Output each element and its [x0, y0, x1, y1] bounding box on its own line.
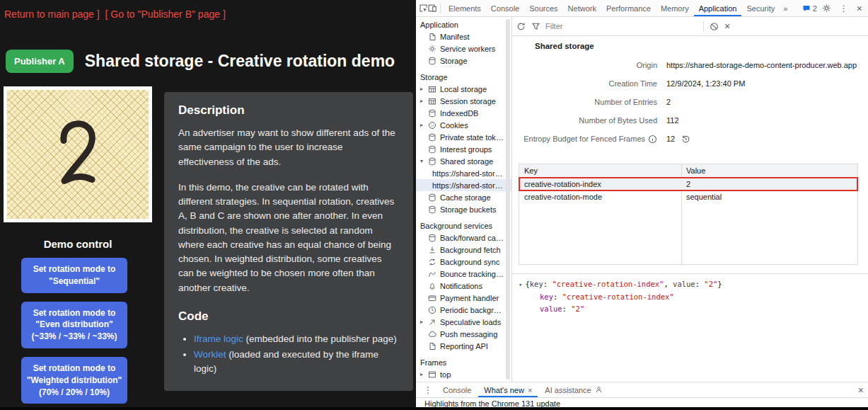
more-tabs-icon[interactable]: » — [780, 4, 791, 13]
sidebar-item-storage[interactable]: Storage — [416, 55, 511, 67]
close-devtools-icon[interactable]: × — [857, 4, 862, 13]
cell-key: creative-rotation-mode — [519, 193, 681, 201]
sidebar-item-local-storage[interactable]: ▸Local storage — [416, 83, 511, 95]
worklet-link[interactable]: Worklet — [194, 349, 226, 360]
tab-elements[interactable]: Elements — [444, 0, 486, 16]
sidebar-item-shared-storage-origin-1[interactable]: https://shared-storage… — [416, 167, 511, 179]
sidebar-item-interest-groups[interactable]: Interest groups — [416, 143, 511, 155]
notifications-bell-icon — [428, 282, 436, 290]
creative-ad-frame[interactable] — [4, 86, 152, 222]
clear-all-icon[interactable] — [710, 22, 719, 31]
delete-selected-icon[interactable]: × — [724, 21, 730, 31]
set-weighted-distribution-button[interactable]: Set rotation mode to "Weighted distribut… — [21, 357, 127, 404]
drawer-menu-kebab-icon[interactable]: ⋮ — [420, 385, 436, 395]
info-icon[interactable] — [648, 135, 657, 144]
sidebar-item-top-frame[interactable]: ▸top — [416, 368, 511, 380]
metadata-view: Originhttps://shared-storage-demo-conten… — [519, 56, 868, 148]
tab-sources[interactable]: Sources — [524, 0, 562, 16]
sidebar-item-private-state-tokens[interactable]: Private state tokens — [416, 131, 511, 143]
drawer-tab-console[interactable]: Console — [437, 382, 477, 397]
settings-gear-icon[interactable] — [822, 4, 831, 13]
description-heading: Description — [178, 103, 399, 118]
set-even-distribution-button[interactable]: Set rotation mode to "Even distribution"… — [21, 302, 127, 348]
divider — [440, 4, 441, 13]
tab-memory[interactable]: Memory — [656, 0, 694, 16]
devtools-body: Application Manifest Service workers Sto… — [416, 17, 868, 382]
close-drawer-icon[interactable]: × — [858, 385, 864, 395]
return-to-main-link[interactable]: Return to main page ] — [4, 8, 100, 20]
sidebar-item-periodic-background-sync[interactable]: Periodic backgroun… — [416, 304, 511, 316]
issues-count-badge[interactable]: 2 — [802, 4, 817, 13]
shared-storage-content: Shared storage Originhttps://shared-stor… — [512, 36, 868, 382]
column-header-key[interactable]: Key — [519, 166, 681, 175]
local-storage-icon — [428, 85, 436, 93]
sidebar-section-background-services: Background services — [416, 220, 511, 232]
sidebar-item-payment-handler[interactable]: Payment handler — [416, 292, 511, 304]
sidebar-item-shared-storage[interactable]: ▾Shared storage — [416, 155, 511, 167]
refresh-icon[interactable] — [516, 22, 526, 31]
description-paragraph: An advertiser may want to show different… — [178, 126, 399, 169]
screen: Return to main page ] [ Go to "Publisher… — [0, 0, 868, 410]
sidebar-item-cookies[interactable]: ▸Cookies — [416, 119, 511, 131]
sidebar-item-notifications[interactable]: Notifications — [416, 280, 511, 292]
drawer-tab-ai-assistance[interactable]: AI assistance — [539, 382, 608, 397]
creation-time-value: 12/9/2024, 1:23:40 PM — [666, 79, 868, 88]
drawer-tab-whats-new[interactable]: What's new × — [478, 382, 538, 397]
sidebar-item-speculative-loads[interactable]: ▸Speculative loads — [416, 316, 511, 328]
filter-input[interactable] — [544, 21, 698, 31]
set-sequential-button[interactable]: Set rotation mode to "Sequential" — [21, 258, 127, 293]
reporting-api-icon — [428, 342, 436, 351]
chevron-right-icon: ▸ — [420, 122, 428, 128]
sidebar-item-indexeddb[interactable]: IndexedDB — [416, 107, 511, 119]
tab-performance[interactable]: Performance — [601, 0, 656, 16]
iframe-logic-link[interactable]: Iframe logic — [194, 334, 243, 344]
sidebar-item-storage-buckets[interactable]: Storage buckets — [416, 203, 511, 215]
sidebar-item-manifest[interactable]: Manifest — [416, 30, 511, 42]
column-header-value[interactable]: Value — [681, 166, 857, 175]
cookies-icon — [428, 121, 436, 130]
tab-network[interactable]: Network — [563, 0, 601, 16]
sidebar-item-background-sync[interactable]: Background sync — [416, 256, 511, 268]
chevron-right-icon: ▸ — [420, 86, 428, 92]
devtools-menu-kebab-icon[interactable]: ⋮ — [836, 4, 852, 13]
shared-storage-pane: × Shared storage Originhttps://shared-st… — [512, 17, 868, 382]
devtools-window: Elements Console Sources Network Perform… — [416, 0, 868, 407]
chevron-down-icon: ▾ — [420, 158, 428, 164]
inspect-element-icon[interactable] — [419, 4, 428, 13]
sidebar-item-back-forward-cache[interactable]: Back/forward cache — [416, 232, 511, 244]
demo-control-heading: Demo control — [4, 238, 152, 250]
payment-card-icon — [428, 294, 436, 302]
sidebar-item-session-storage[interactable]: ▸Session storage — [416, 95, 511, 107]
bounce-tracking-icon — [428, 270, 436, 278]
reset-budget-icon[interactable] — [681, 135, 690, 144]
background-fetch-icon — [428, 246, 436, 254]
chevron-right-icon: ▸ — [420, 98, 428, 104]
tab-application[interactable]: Application — [694, 0, 742, 16]
device-toolbar-icon[interactable] — [428, 4, 437, 13]
sidebar-section-frames: Frames — [416, 356, 511, 368]
cache-storage-icon — [428, 193, 436, 202]
table-row[interactable]: creative-rotation-mode sequential — [519, 190, 857, 203]
sidebar-item-background-fetch[interactable]: Background fetch — [416, 244, 511, 256]
sidebar-item-reporting-api[interactable]: Reporting API — [416, 340, 511, 352]
publisher-b-link[interactable]: [ Go to "Publisher B" page ] — [105, 8, 226, 20]
disclosure-triangle-icon[interactable]: ▾ — [519, 281, 522, 288]
sidebar-item-bounce-tracking[interactable]: Bounce tracking miti… — [416, 268, 511, 280]
field-label: Creation Time — [519, 79, 657, 88]
chevron-right-icon: ▸ — [420, 319, 428, 325]
code-links-list: Iframe logic (embedded into the publishe… — [178, 332, 399, 377]
table-row-highlighted[interactable]: creative-rotation-index 2 — [519, 178, 857, 190]
tab-console[interactable]: Console — [486, 0, 524, 16]
list-item: Worklet (loaded and executed by the ifra… — [194, 348, 399, 377]
tab-security[interactable]: Security — [741, 0, 780, 16]
bytes-used-value: 112 — [666, 116, 868, 125]
code-heading: Code — [178, 309, 399, 324]
close-tab-icon[interactable]: × — [528, 386, 532, 394]
sidebar-item-cache-storage[interactable]: Cache storage — [416, 191, 511, 203]
sidebar-item-shared-storage-origin-2[interactable]: https://shared-storage… — [416, 179, 511, 191]
sidebar-item-push-messaging[interactable]: Push messaging — [416, 328, 511, 340]
service-workers-icon — [428, 45, 436, 53]
tabbar-actions: 2 ⋮ × — [802, 4, 865, 13]
page-title: Shared storage - Creative rotation demo — [85, 52, 395, 71]
sidebar-item-service-workers[interactable]: Service workers — [416, 42, 511, 55]
